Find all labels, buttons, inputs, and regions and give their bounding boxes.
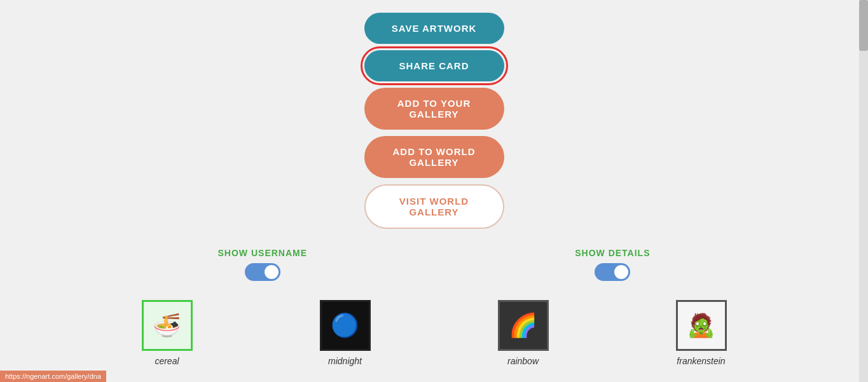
show-details-group: SHOW DETAILS: [575, 248, 650, 281]
show-details-toggle[interactable]: [595, 263, 630, 281]
visit-world-gallery-button[interactable]: VISIT WORLD GALLERY: [364, 184, 504, 229]
card-thumb-frankenstein: 🧟: [676, 300, 727, 351]
show-username-group: SHOW USERNAME: [218, 248, 308, 281]
list-item[interactable]: 🌈rainbow: [460, 300, 587, 366]
toggle-username-knob: [265, 265, 279, 279]
save-artwork-button[interactable]: SAVE ARTWORK: [364, 13, 504, 44]
card-thumb-rainbow: 🌈: [498, 300, 549, 351]
cards-grid: 🍜cereal🔵midnight🌈rainbow🧟frankenstein🔥fi…: [104, 300, 765, 382]
show-details-label: SHOW DETAILS: [575, 248, 650, 258]
show-username-label: SHOW USERNAME: [218, 248, 308, 258]
card-name-frankenstein: frankenstein: [677, 356, 725, 366]
card-name-midnight: midnight: [328, 356, 362, 366]
status-url: https://ngenart.com/gallery/dna: [5, 372, 101, 380]
list-item[interactable]: 🔵midnight: [282, 300, 409, 366]
toggles-section: SHOW USERNAME SHOW DETAILS: [180, 248, 689, 281]
scrollbar-thumb[interactable]: [859, 0, 868, 51]
card-name-cereal: cereal: [155, 356, 179, 366]
toggle-details-knob: [614, 265, 628, 279]
share-card-button[interactable]: SHARE CARD: [364, 50, 504, 81]
list-item[interactable]: 🧟frankenstein: [638, 300, 765, 366]
card-thumb-cereal: 🍜: [142, 300, 193, 351]
add-your-gallery-button[interactable]: ADD TO YOUR GALLERY: [364, 88, 504, 130]
status-bar: https://ngenart.com/gallery/dna: [0, 371, 106, 382]
list-item[interactable]: 🍜cereal: [104, 300, 231, 366]
show-username-toggle[interactable]: [245, 263, 280, 281]
buttons-container: SAVE ARTWORK SHARE CARD ADD TO YOUR GALL…: [364, 13, 504, 229]
add-world-gallery-button[interactable]: ADD TO WORLD GALLERY: [364, 136, 504, 178]
page-wrapper: SAVE ARTWORK SHARE CARD ADD TO YOUR GALL…: [0, 0, 868, 382]
card-thumb-midnight: 🔵: [320, 300, 371, 351]
scrollbar[interactable]: [859, 0, 868, 382]
card-name-rainbow: rainbow: [507, 356, 539, 366]
